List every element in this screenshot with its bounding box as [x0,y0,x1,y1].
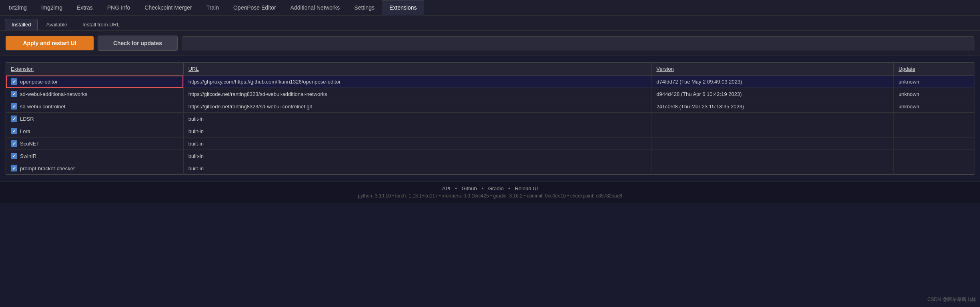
footer-gradio-link[interactable]: Gradio [488,185,504,191]
ext-url-cell: https://ghproxy.com/https://github.com/f… [183,76,651,88]
subtab-available[interactable]: Available [39,19,74,30]
apply-restart-button[interactable]: Apply and restart UI [6,36,94,50]
ext-name-label: LDSR [20,116,34,122]
ext-name-cell: openpose-editor [6,76,184,88]
col-header-extension: Extension [6,63,184,76]
ext-name-cell: sd-webui-additional-networks [6,88,184,100]
footer-github-link[interactable]: Github [462,185,477,191]
subtab-installed[interactable]: Installed [5,19,38,30]
ext-checkbox[interactable] [11,78,17,85]
table-row: SwinIRbuilt-in [6,150,974,162]
check-updates-button[interactable]: Check for updates [98,36,178,51]
tab-extras[interactable]: Extras [70,0,100,15]
tab-img2img[interactable]: img2img [34,0,70,15]
subtab-install-from-url[interactable]: Install from URL [76,19,126,30]
search-input[interactable] [182,36,974,50]
ext-name-label: sd-webui-additional-networks [20,91,87,97]
ext-version-cell: d74fdd72 (Tue May 2 09:49:03 2023) [651,76,894,88]
ext-update-cell [894,138,974,150]
ext-update-cell [894,150,974,162]
footer-reload-link[interactable]: Reload UI [515,185,538,191]
ext-url-cell: built-in [183,113,651,125]
ext-name-label: Lora [20,128,30,134]
col-header-update: Update [894,63,974,76]
ext-name-label: prompt-bracket-checker [20,165,75,171]
tab-checkpoint-merger[interactable]: Checkpoint Merger [137,0,199,15]
tab-png-info[interactable]: PNG Info [100,0,138,15]
ext-url-cell: https://gitcode.net/ranting8323/sd-webui… [183,100,651,113]
tab-extensions[interactable]: Extensions [382,0,424,16]
table-row: ScuNETbuilt-in [6,138,974,150]
footer-links: API • Github • Gradio • Reload UI [4,185,976,191]
table-row: sd-webui-controlnethttps://gitcode.net/r… [6,100,974,113]
ext-update-cell: unknown [894,76,974,88]
ext-checkbox[interactable] [11,165,17,171]
ext-checkbox[interactable] [11,91,17,97]
sub-tabs: Installed Available Install from URL [0,16,980,31]
ext-name-label: openpose-editor [20,79,58,85]
table-row: openpose-editorhttps://ghproxy.com/https… [6,76,974,88]
ext-url-cell: built-in [183,125,651,138]
ext-url-cell: built-in [183,162,651,175]
ext-version-cell [651,138,894,150]
ext-checkbox[interactable] [11,153,17,159]
ext-url-cell: https://gitcode.net/ranting8323/sd-webui… [183,88,651,100]
extensions-table: Extension URL Version Update openpose-ed… [6,62,974,175]
ext-name-cell: LDSR [6,113,184,125]
col-header-version: Version [651,63,894,76]
ext-name-label: SwinIR [20,153,36,159]
ext-checkbox[interactable] [11,103,17,110]
ext-version-cell [651,125,894,138]
ext-name-cell: sd-webui-controlnet [6,100,184,113]
ext-name-cell: prompt-bracket-checker [6,162,184,175]
top-nav: txt2img img2img Extras PNG Info Checkpoi… [0,0,980,16]
ext-url-cell: built-in [183,138,651,150]
ext-url-cell: built-in [183,150,651,162]
ext-version-cell [651,162,894,175]
ext-update-cell: unknown [894,88,974,100]
table-row: Lorabuilt-in [6,125,974,138]
ext-name-cell: SwinIR [6,150,184,162]
table-row: sd-webui-additional-networkshttps://gitc… [6,88,974,100]
footer-dot-3: • [508,185,510,191]
tab-openpose-editor[interactable]: OpenPose Editor [226,0,283,15]
table-row: prompt-bracket-checkerbuilt-in [6,162,974,175]
ext-name-label: ScuNET [20,141,39,147]
ext-checkbox[interactable] [11,116,17,122]
tab-additional-networks[interactable]: Additional Networks [283,0,347,15]
main-content: Extension URL Version Update openpose-ed… [0,56,980,181]
ext-checkbox[interactable] [11,128,17,134]
tab-txt2img[interactable]: txt2img [2,0,34,15]
ext-update-cell [894,113,974,125]
footer-api-link[interactable]: API [442,185,451,191]
ext-name-label: sd-webui-controlnet [20,104,65,110]
ext-version-cell: d944d428 (Thu Apr 6 10:42:19 2023) [651,88,894,100]
ext-update-cell [894,125,974,138]
ext-checkbox[interactable] [11,140,17,147]
col-header-url: URL [183,63,651,76]
footer: API • Github • Gradio • Reload UI python… [0,181,980,203]
ext-name-cell: ScuNET [6,138,184,150]
footer-info: python: 3.10.10 • torch: 1.13.1+cu117 • … [4,193,976,199]
ext-version-cell: 241c05f8 (Thu Mar 23 15:18:35 2023) [651,100,894,113]
ext-name-cell: Lora [6,125,184,138]
footer-dot-1: • [455,185,457,191]
footer-dot-2: • [481,185,483,191]
table-row: LDSRbuilt-in [6,113,974,125]
action-bar: Apply and restart UI Check for updates [0,31,980,56]
tab-settings[interactable]: Settings [347,0,382,15]
ext-version-cell [651,113,894,125]
ext-update-cell [894,162,974,175]
ext-update-cell: unknown [894,100,974,113]
tab-train[interactable]: Train [199,0,226,15]
ext-version-cell [651,150,894,162]
